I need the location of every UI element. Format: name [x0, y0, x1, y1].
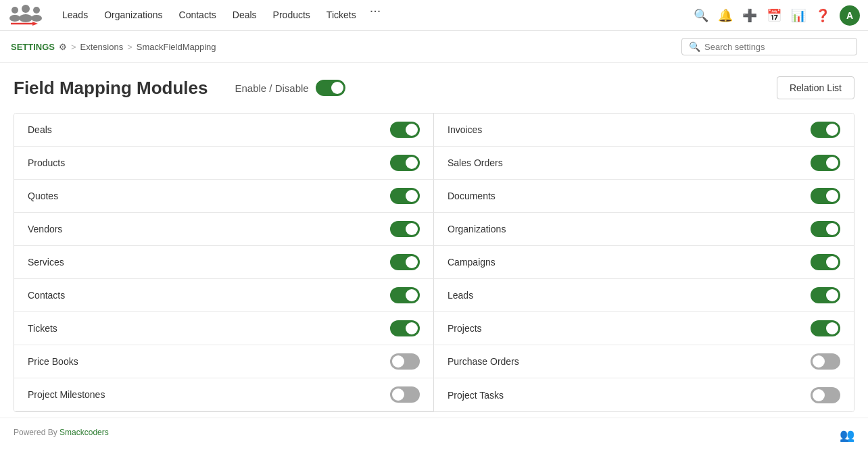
- breadcrumb-sep-2: >: [127, 42, 132, 52]
- global-enable-toggle[interactable]: [316, 80, 345, 96]
- module-name: Invoices: [448, 124, 482, 135]
- svg-point-5: [31, 15, 42, 22]
- svg-point-2: [33, 7, 40, 14]
- module-name: Contacts: [28, 290, 65, 301]
- navbar-right: 🔍 🔔 ➕ 📅 📊 ❓ A: [694, 5, 860, 26]
- nav-links: Leads Organizations Contacts Deals Produ…: [54, 0, 386, 31]
- calendar-icon[interactable]: 📅: [767, 8, 781, 23]
- module-toggle[interactable]: [811, 188, 840, 204]
- module-name: Documents: [448, 191, 496, 201]
- search-icon[interactable]: 🔍: [694, 8, 708, 23]
- svg-point-0: [11, 7, 18, 14]
- module-row: Documents: [434, 180, 854, 213]
- page-header: Field Mapping Modules Enable / Disable R…: [14, 76, 854, 99]
- module-toggle[interactable]: [811, 287, 840, 303]
- bell-icon[interactable]: 🔔: [718, 8, 733, 23]
- module-toggle[interactable]: [390, 386, 420, 403]
- search-settings-input[interactable]: [704, 42, 850, 52]
- module-toggle[interactable]: [390, 353, 420, 370]
- module-toggle[interactable]: [811, 320, 840, 336]
- module-name: Vendors: [28, 224, 62, 234]
- module-row: Price Books: [14, 345, 434, 378]
- svg-point-3: [9, 15, 20, 22]
- breadcrumb-extensions[interactable]: Extensions: [80, 42, 124, 52]
- module-toggle[interactable]: [390, 155, 420, 171]
- nav-more[interactable]: ...: [364, 0, 387, 31]
- module-toggle[interactable]: [390, 254, 420, 270]
- breadcrumb-settings[interactable]: SETTINGS: [11, 42, 55, 52]
- module-toggle[interactable]: [390, 122, 420, 138]
- search-settings-icon: 🔍: [689, 41, 700, 52]
- module-name: Sales Orders: [448, 157, 503, 168]
- settings-gear-icon: ⚙: [59, 42, 67, 52]
- module-toggle[interactable]: [390, 188, 420, 204]
- svg-point-4: [19, 14, 32, 22]
- nav-link-deals[interactable]: Deals: [224, 0, 265, 31]
- chart-icon[interactable]: 📊: [791, 8, 806, 23]
- nav-link-leads[interactable]: Leads: [54, 0, 96, 31]
- module-row: Leads: [434, 279, 854, 312]
- footer: Powered By Smackcoders 👥: [0, 418, 868, 426]
- breadcrumb: SETTINGS ⚙ > Extensions > SmackFieldMapp…: [0, 31, 868, 63]
- module-row: Invoices: [434, 114, 854, 147]
- module-toggle[interactable]: [390, 287, 420, 303]
- module-name: Purchase Orders: [448, 356, 519, 367]
- nav-link-contacts[interactable]: Contacts: [171, 0, 224, 31]
- module-row: Tickets: [14, 312, 434, 345]
- module-name: Campaigns: [448, 257, 496, 268]
- module-name: Project Tasks: [448, 390, 504, 401]
- module-name: Projects: [448, 323, 482, 334]
- module-row: Organizations: [434, 213, 854, 246]
- module-name: Price Books: [28, 356, 78, 367]
- module-name: Quotes: [28, 191, 58, 201]
- module-name: Products: [28, 157, 65, 168]
- add-icon[interactable]: ➕: [742, 8, 757, 23]
- module-toggle[interactable]: [811, 387, 840, 403]
- module-row: Products: [14, 147, 434, 180]
- module-name: Organizations: [448, 224, 506, 234]
- modules-grid: Deals Invoices Products Sales Order: [14, 113, 854, 412]
- module-row: Projects: [434, 312, 854, 345]
- module-row: Contacts: [14, 279, 434, 312]
- page-title: Field Mapping Modules: [14, 78, 208, 99]
- module-row: Services: [14, 246, 434, 279]
- relation-list-button[interactable]: Relation List: [777, 76, 854, 99]
- module-name: Project Milestones: [28, 389, 105, 400]
- logo[interactable]: [8, 3, 43, 28]
- search-settings-bar[interactable]: 🔍: [681, 38, 857, 55]
- module-row: Vendors: [14, 213, 434, 246]
- nav-link-tickets[interactable]: Tickets: [318, 0, 364, 31]
- navbar: Leads Organizations Contacts Deals Produ…: [0, 0, 868, 31]
- breadcrumb-sep-1: >: [71, 42, 76, 52]
- breadcrumb-plugin: SmackFieldMapping: [137, 42, 216, 52]
- module-row: Sales Orders: [434, 147, 854, 180]
- enable-disable-label: Enable / Disable: [235, 82, 308, 94]
- module-toggle[interactable]: [811, 353, 840, 370]
- svg-marker-7: [32, 22, 38, 26]
- svg-point-1: [22, 5, 30, 13]
- module-name: Tickets: [28, 323, 57, 334]
- module-row: Project Milestones: [14, 378, 434, 411]
- nav-link-organizations[interactable]: Organizations: [96, 0, 170, 31]
- module-name: Deals: [28, 124, 52, 135]
- module-name: Services: [28, 257, 64, 268]
- module-name: Leads: [448, 290, 473, 301]
- module-toggle[interactable]: [811, 221, 840, 237]
- module-row: Deals: [14, 114, 434, 147]
- help-icon[interactable]: ❓: [815, 8, 830, 23]
- module-row: Project Tasks: [434, 378, 854, 411]
- module-row: Purchase Orders: [434, 345, 854, 378]
- module-toggle[interactable]: [811, 254, 840, 270]
- module-toggle[interactable]: [390, 320, 420, 336]
- module-row: Campaigns: [434, 246, 854, 279]
- module-toggle[interactable]: [390, 221, 420, 237]
- module-toggle[interactable]: [811, 155, 840, 171]
- nav-link-products[interactable]: Products: [265, 0, 318, 31]
- module-toggle[interactable]: [811, 122, 840, 138]
- user-avatar[interactable]: A: [840, 5, 860, 26]
- module-row: Quotes: [14, 180, 434, 213]
- main-content: Field Mapping Modules Enable / Disable R…: [0, 63, 868, 426]
